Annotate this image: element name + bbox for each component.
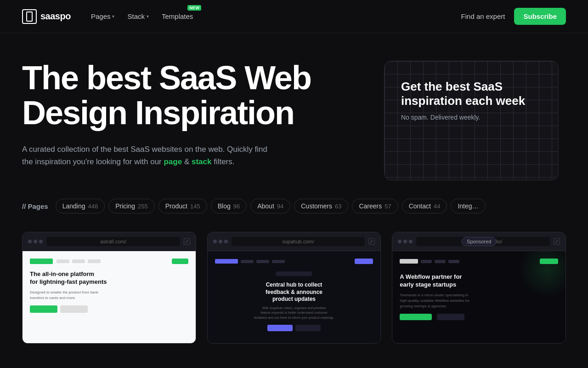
preview-link — [421, 260, 432, 263]
logo-inner-shape — [26, 12, 33, 22]
preview-cta — [215, 325, 373, 331]
filter-tag-customers[interactable]: Customers63 — [294, 199, 348, 213]
preview-nav — [400, 259, 558, 264]
preview-button — [540, 259, 558, 264]
hero-title: The best SaaS Web Design Inspiration — [22, 61, 362, 130]
preview-headline-2: Central hub to collectfeedback & announc… — [215, 282, 373, 303]
logo-text: saaspo — [40, 11, 71, 22]
dot-yellow — [34, 240, 37, 243]
dot-green — [409, 240, 413, 243]
nav-stack-label: Stack — [127, 12, 145, 20]
browser-dots — [28, 240, 43, 243]
cards-grid: astrafi.com/ The all-in-one platformfor … — [0, 232, 588, 344]
preview-cta-btn — [400, 314, 432, 320]
dot-red — [28, 240, 32, 243]
preview-nav — [215, 259, 373, 264]
filter-tag-careers[interactable]: Careers57 — [352, 199, 398, 213]
preview-link — [72, 259, 85, 263]
filter-tag-integ…[interactable]: Integ… — [451, 199, 485, 213]
preview-link — [272, 260, 285, 263]
filter-tag-pricing[interactable]: Pricing255 — [108, 199, 155, 213]
preview-link — [256, 260, 269, 263]
preview-headline-3: A Webflow partner for early stage startu… — [400, 273, 473, 289]
filter-tag-landing[interactable]: Landing448 — [56, 199, 105, 213]
nav-left: saaspo Pages ▾ Stack ▾ Templates NEW — [22, 9, 198, 24]
filter-tag-contact[interactable]: Contact44 — [402, 199, 447, 213]
signup-title: Get the best SaaS inspiration each week — [401, 80, 542, 108]
browser-bar-1: astrafi.com/ — [23, 232, 196, 251]
url-bar-1[interactable]: astrafi.com/ — [46, 237, 180, 246]
url-bar-2[interactable]: supahub.com/ — [232, 237, 365, 246]
nav-pages[interactable]: Pages ▾ — [85, 9, 120, 24]
preview-cta-btn2 — [295, 325, 321, 331]
nav-templates-wrapper: Templates NEW — [156, 9, 198, 24]
preview-nav — [30, 259, 188, 264]
preview-cta-btn — [30, 305, 57, 313]
nav-templates[interactable]: Templates — [156, 9, 198, 24]
preview-link — [448, 260, 459, 263]
expand-icon[interactable] — [184, 238, 190, 245]
site-card: supahub.com/ Central hub to collectfeedb… — [207, 232, 381, 344]
card-preview-1: The all-in-one platformfor lightning-fas… — [23, 251, 196, 343]
hero-left: The best SaaS Web Design Inspiration A c… — [22, 61, 362, 168]
filter-tag-about[interactable]: About94 — [250, 199, 290, 213]
hero-section: The best SaaS Web Design Inspiration A c… — [0, 33, 588, 199]
chevron-down-icon: ▾ — [147, 14, 149, 19]
hero-subtitle: A curated collection of the best SaaS we… — [22, 143, 279, 168]
hero-signup-card: Get the best SaaS inspiration each week … — [384, 61, 559, 180]
site-card-sponsored: Sponsored twohands.studio/ A Webflow par… — [392, 232, 566, 344]
preview-link — [241, 260, 254, 263]
new-badge: NEW — [187, 5, 202, 11]
nav-right: Find an expert Subscribe — [461, 8, 566, 25]
dot-green — [224, 240, 228, 243]
nav-templates-label: Templates — [162, 12, 193, 20]
preview-logo — [400, 259, 418, 264]
pages-label-text: // Pages — [22, 202, 48, 210]
preview-subtitle-2: With Supahub collect, organize and prior… — [215, 306, 373, 321]
nav-stack[interactable]: Stack ▾ — [122, 9, 154, 24]
nav-links: Pages ▾ Stack ▾ Templates NEW — [85, 9, 198, 24]
preview-cta-btn — [267, 325, 293, 331]
preview-subtitle-3: Twohands is a micro-studio specialising … — [400, 293, 558, 309]
pages-section-label: // Pages — [22, 202, 48, 210]
preview-link — [88, 259, 101, 263]
signup-subtitle: No spam. Delivered weekly. — [401, 114, 542, 121]
site-card: astrafi.com/ The all-in-one platformfor … — [22, 232, 196, 344]
preview-headline-1: The all-in-one platformfor lightning-fas… — [30, 270, 188, 286]
preview-logo — [30, 259, 53, 264]
sponsored-badge: Sponsored — [462, 237, 496, 246]
dot-yellow — [403, 240, 407, 243]
preview-logo — [215, 259, 238, 264]
logo[interactable]: saaspo — [22, 9, 71, 24]
page-link[interactable]: page — [164, 157, 182, 166]
preview-links — [57, 259, 168, 263]
subtitle-end: filters. — [211, 157, 234, 166]
preview-button — [172, 259, 188, 264]
preview-links — [241, 260, 352, 263]
expand-icon[interactable] — [554, 238, 560, 245]
preview-cta-btn2 — [60, 305, 88, 313]
preview-link — [435, 260, 446, 263]
expand-icon[interactable] — [368, 238, 375, 245]
dot-green — [39, 240, 43, 243]
preview-subtitle-1: Designed to enable the product from bank… — [30, 290, 188, 301]
logo-icon — [22, 9, 37, 24]
pages-filter-section: // Pages Landing448Pricing255Product145B… — [0, 199, 588, 232]
dot-yellow — [219, 240, 222, 243]
filter-tag-product[interactable]: Product145 — [158, 199, 207, 213]
preview-link — [57, 259, 69, 263]
preview-badge — [276, 271, 312, 276]
preview-hero2: Central hub to collectfeedback & announc… — [215, 271, 373, 331]
subscribe-button[interactable]: Subscribe — [514, 8, 566, 25]
card-preview-2: Central hub to collectfeedback & announc… — [208, 251, 381, 343]
subtitle-and: & — [182, 157, 192, 166]
preview-cta-btn2 — [437, 314, 464, 320]
dot-red — [213, 240, 217, 243]
filter-tag-blog[interactable]: Blog96 — [211, 199, 247, 213]
browser-bar-2: supahub.com/ — [208, 232, 381, 251]
stack-link[interactable]: stack — [192, 157, 211, 166]
filter-tags: Landing448Pricing255Product145Blog96Abou… — [56, 199, 486, 213]
find-expert-link[interactable]: Find an expert — [461, 12, 505, 20]
preview-cta — [30, 305, 188, 313]
browser-dots — [213, 240, 228, 243]
